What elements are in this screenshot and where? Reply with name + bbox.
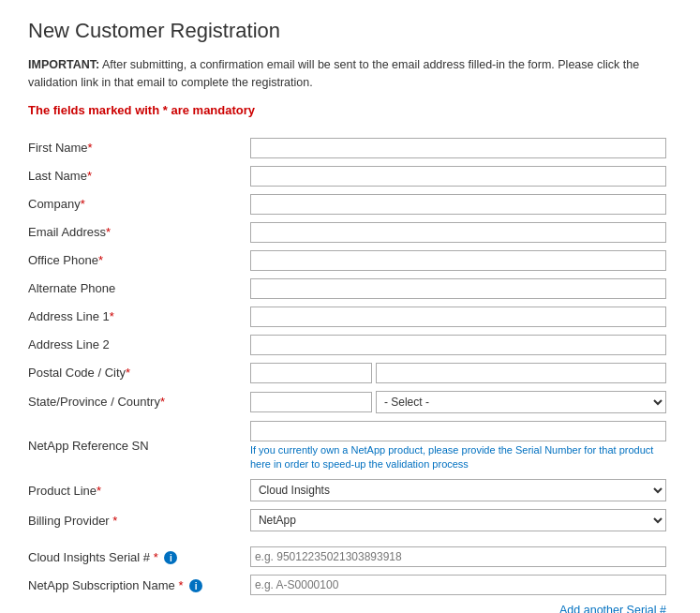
email-row: Email Address*: [28, 218, 672, 247]
important-text: After submitting, a confirmation email w…: [28, 58, 639, 89]
country-select[interactable]: - Select -: [376, 391, 666, 413]
company-label: Company*: [28, 190, 250, 218]
address2-label: Address Line 2: [28, 331, 250, 359]
state-input[interactable]: [250, 392, 372, 412]
email-label: Email Address*: [28, 218, 250, 247]
netapp-ref-input[interactable]: [250, 421, 666, 441]
last-name-input[interactable]: [250, 166, 666, 187]
netapp-ref-row: NetApp Reference SN If you currently own…: [28, 417, 672, 476]
cloud-serial-info-icon[interactable]: i: [164, 551, 177, 564]
address1-label: Address Line 1*: [28, 303, 250, 331]
email-input[interactable]: [250, 222, 666, 243]
important-note: IMPORTANT: After submitting, a confirmat…: [28, 56, 672, 92]
registration-form: First Name* Last Name* Company*: [28, 134, 672, 614]
first-name-cell: [250, 134, 672, 162]
spacer-row: [28, 535, 672, 543]
alt-phone-row: Alternate Phone: [28, 275, 672, 303]
first-name-label: First Name*: [28, 134, 250, 162]
product-line-row: Product Line* Cloud Insights Other: [28, 475, 672, 505]
billing-provider-label: Billing Provider *: [28, 505, 250, 535]
important-label: IMPORTANT:: [28, 58, 99, 71]
netapp-sub-info-icon[interactable]: i: [189, 579, 202, 592]
mandatory-note: The fields marked with * are mandatory: [28, 103, 672, 117]
billing-provider-select[interactable]: NetApp AWS Azure: [250, 509, 666, 531]
address2-input[interactable]: [250, 335, 666, 355]
postal-city-label: Postal Code / City*: [28, 359, 250, 387]
first-name-row: First Name*: [28, 134, 672, 162]
last-name-row: Last Name*: [28, 162, 672, 190]
product-line-select[interactable]: Cloud Insights Other: [250, 479, 666, 501]
netapp-sub-label: NetApp Subscription Name * i: [28, 571, 250, 599]
billing-provider-row: Billing Provider * NetApp AWS Azure: [28, 505, 672, 535]
cloud-serial-row: Cloud Insights Serial # * i: [28, 543, 672, 571]
add-serial-row: Add another Serial #: [28, 599, 672, 613]
state-country-inputs: - Select -: [250, 391, 666, 413]
postal-city-inputs: [250, 363, 666, 383]
netapp-ref-label: NetApp Reference SN: [28, 417, 250, 476]
first-name-input[interactable]: [250, 138, 666, 158]
cloud-serial-input[interactable]: [250, 546, 666, 567]
netapp-ref-note: If you currently own a NetApp product, p…: [250, 443, 666, 472]
address1-input[interactable]: [250, 306, 666, 327]
state-country-label: State/Province / Country*: [28, 387, 250, 417]
page-container: New Customer Registration IMPORTANT: Aft…: [0, 0, 700, 613]
state-country-row: State/Province / Country* - Select -: [28, 387, 672, 417]
netapp-sub-row: NetApp Subscription Name * i: [28, 571, 672, 599]
address1-row: Address Line 1*: [28, 303, 672, 331]
postal-code-input[interactable]: [250, 363, 372, 383]
last-name-label: Last Name*: [28, 162, 250, 190]
address2-row: Address Line 2: [28, 331, 672, 359]
office-phone-label: Office Phone*: [28, 247, 250, 275]
company-row: Company*: [28, 190, 672, 218]
office-phone-input[interactable]: [250, 250, 666, 271]
office-phone-row: Office Phone*: [28, 247, 672, 275]
add-serial-link[interactable]: Add another Serial #: [559, 604, 666, 613]
company-input[interactable]: [250, 194, 666, 215]
alt-phone-input[interactable]: [250, 278, 666, 299]
netapp-sub-input[interactable]: [250, 575, 666, 595]
page-title: New Customer Registration: [28, 19, 672, 43]
city-input[interactable]: [376, 363, 666, 383]
alt-phone-label: Alternate Phone: [28, 275, 250, 303]
cloud-serial-label: Cloud Insights Serial # * i: [28, 543, 250, 571]
product-line-label: Product Line*: [28, 475, 250, 505]
postal-city-row: Postal Code / City*: [28, 359, 672, 387]
